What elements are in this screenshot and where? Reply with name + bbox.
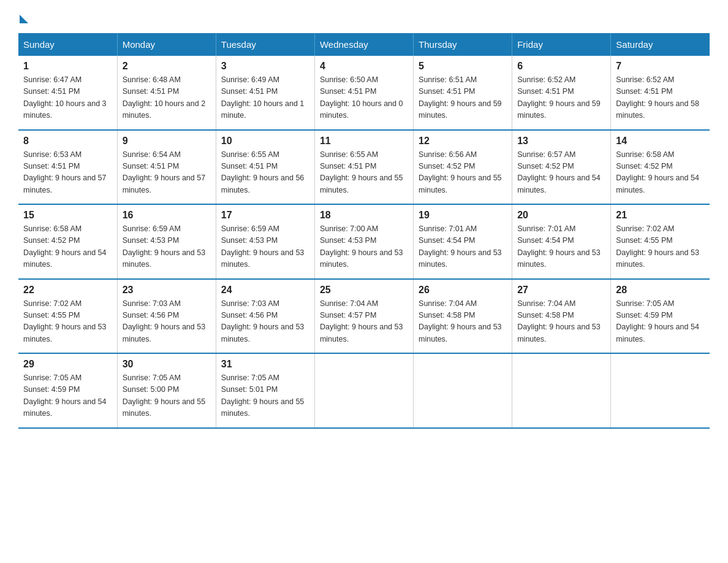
day-info: Sunrise: 6:47 AMSunset: 4:51 PMDaylight:…	[23, 74, 112, 122]
day-number: 14	[616, 136, 705, 147]
day-number: 9	[123, 136, 211, 147]
calendar-day-cell: 24 Sunrise: 7:03 AMSunset: 4:56 PMDaylig…	[216, 279, 314, 354]
calendar-day-cell: 26 Sunrise: 7:04 AMSunset: 4:58 PMDaylig…	[414, 279, 512, 354]
day-number: 2	[123, 61, 211, 72]
day-number: 8	[23, 136, 112, 147]
day-info: Sunrise: 7:00 AMSunset: 4:53 PMDaylight:…	[320, 223, 408, 271]
calendar-day-cell: 31 Sunrise: 7:05 AMSunset: 5:01 PMDaylig…	[216, 353, 314, 428]
calendar-day-cell: 8 Sunrise: 6:53 AMSunset: 4:51 PMDayligh…	[18, 130, 117, 205]
day-info: Sunrise: 7:04 AMSunset: 4:58 PMDaylight:…	[419, 298, 507, 346]
day-info: Sunrise: 7:04 AMSunset: 4:58 PMDaylight:…	[517, 298, 605, 346]
day-info: Sunrise: 6:48 AMSunset: 4:51 PMDaylight:…	[123, 74, 211, 122]
day-info: Sunrise: 6:51 AMSunset: 4:51 PMDaylight:…	[419, 74, 507, 122]
day-number: 1	[23, 61, 112, 72]
calendar-day-cell: 17 Sunrise: 6:59 AMSunset: 4:53 PMDaylig…	[216, 204, 314, 279]
calendar-day-cell	[414, 353, 512, 428]
day-info: Sunrise: 7:01 AMSunset: 4:54 PMDaylight:…	[517, 223, 605, 271]
day-number: 22	[23, 285, 112, 296]
calendar-day-cell	[512, 353, 611, 428]
day-number: 11	[320, 136, 408, 147]
weekday-header-row: SundayMondayTuesdayWednesdayThursdayFrid…	[18, 33, 710, 56]
calendar-day-cell: 10 Sunrise: 6:55 AMSunset: 4:51 PMDaylig…	[216, 130, 314, 205]
weekday-header: Monday	[117, 33, 216, 56]
calendar-week-row: 29 Sunrise: 7:05 AMSunset: 4:59 PMDaylig…	[18, 353, 710, 428]
calendar-day-cell: 3 Sunrise: 6:49 AMSunset: 4:51 PMDayligh…	[216, 56, 314, 130]
day-number: 31	[221, 359, 309, 370]
calendar-day-cell: 27 Sunrise: 7:04 AMSunset: 4:58 PMDaylig…	[512, 279, 611, 354]
day-number: 13	[517, 136, 605, 147]
day-number: 24	[221, 285, 309, 296]
day-info: Sunrise: 7:03 AMSunset: 4:56 PMDaylight:…	[221, 298, 309, 346]
logo	[18, 12, 28, 21]
calendar-week-row: 8 Sunrise: 6:53 AMSunset: 4:51 PMDayligh…	[18, 130, 710, 205]
calendar-day-cell	[314, 353, 413, 428]
day-number: 25	[320, 285, 408, 296]
day-info: Sunrise: 6:55 AMSunset: 4:51 PMDaylight:…	[320, 149, 408, 197]
day-number: 12	[419, 136, 507, 147]
calendar-day-cell: 7 Sunrise: 6:52 AMSunset: 4:51 PMDayligh…	[611, 56, 710, 130]
calendar-day-cell: 23 Sunrise: 7:03 AMSunset: 4:56 PMDaylig…	[117, 279, 216, 354]
day-info: Sunrise: 6:58 AMSunset: 4:52 PMDaylight:…	[616, 149, 705, 197]
weekday-header: Tuesday	[216, 33, 314, 56]
day-info: Sunrise: 7:05 AMSunset: 5:01 PMDaylight:…	[221, 372, 309, 420]
day-info: Sunrise: 6:49 AMSunset: 4:51 PMDaylight:…	[221, 74, 309, 122]
day-info: Sunrise: 6:55 AMSunset: 4:51 PMDaylight:…	[221, 149, 309, 197]
day-number: 26	[419, 285, 507, 296]
day-number: 18	[320, 210, 408, 221]
day-number: 20	[517, 210, 605, 221]
day-number: 23	[123, 285, 211, 296]
day-info: Sunrise: 6:54 AMSunset: 4:51 PMDaylight:…	[123, 149, 211, 197]
day-info: Sunrise: 7:01 AMSunset: 4:54 PMDaylight:…	[419, 223, 507, 271]
day-info: Sunrise: 6:57 AMSunset: 4:52 PMDaylight:…	[517, 149, 605, 197]
day-number: 6	[517, 61, 605, 72]
calendar-week-row: 1 Sunrise: 6:47 AMSunset: 4:51 PMDayligh…	[18, 56, 710, 130]
weekday-header: Thursday	[414, 33, 512, 56]
day-info: Sunrise: 6:59 AMSunset: 4:53 PMDaylight:…	[221, 223, 309, 271]
calendar-day-cell: 9 Sunrise: 6:54 AMSunset: 4:51 PMDayligh…	[117, 130, 216, 205]
day-info: Sunrise: 6:50 AMSunset: 4:51 PMDaylight:…	[320, 74, 408, 122]
day-info: Sunrise: 6:52 AMSunset: 4:51 PMDaylight:…	[517, 74, 605, 122]
day-info: Sunrise: 6:58 AMSunset: 4:52 PMDaylight:…	[23, 223, 112, 271]
day-number: 28	[616, 285, 705, 296]
day-info: Sunrise: 7:05 AMSunset: 5:00 PMDaylight:…	[123, 372, 211, 420]
calendar-day-cell: 13 Sunrise: 6:57 AMSunset: 4:52 PMDaylig…	[512, 130, 611, 205]
calendar-day-cell: 30 Sunrise: 7:05 AMSunset: 5:00 PMDaylig…	[117, 353, 216, 428]
calendar-day-cell: 16 Sunrise: 6:59 AMSunset: 4:53 PMDaylig…	[117, 204, 216, 279]
day-number: 5	[419, 61, 507, 72]
day-number: 17	[221, 210, 309, 221]
calendar-day-cell: 29 Sunrise: 7:05 AMSunset: 4:59 PMDaylig…	[18, 353, 117, 428]
day-info: Sunrise: 7:03 AMSunset: 4:56 PMDaylight:…	[123, 298, 211, 346]
calendar-day-cell: 28 Sunrise: 7:05 AMSunset: 4:59 PMDaylig…	[611, 279, 710, 354]
day-number: 10	[221, 136, 309, 147]
calendar-day-cell: 19 Sunrise: 7:01 AMSunset: 4:54 PMDaylig…	[414, 204, 512, 279]
weekday-header: Wednesday	[314, 33, 413, 56]
calendar-day-cell: 20 Sunrise: 7:01 AMSunset: 4:54 PMDaylig…	[512, 204, 611, 279]
weekday-header: Friday	[512, 33, 611, 56]
calendar-day-cell: 25 Sunrise: 7:04 AMSunset: 4:57 PMDaylig…	[314, 279, 413, 354]
day-number: 4	[320, 61, 408, 72]
day-info: Sunrise: 7:02 AMSunset: 4:55 PMDaylight:…	[23, 298, 112, 346]
calendar-day-cell: 21 Sunrise: 7:02 AMSunset: 4:55 PMDaylig…	[611, 204, 710, 279]
day-info: Sunrise: 6:59 AMSunset: 4:53 PMDaylight:…	[123, 223, 211, 271]
calendar-day-cell: 11 Sunrise: 6:55 AMSunset: 4:51 PMDaylig…	[314, 130, 413, 205]
weekday-header: Sunday	[18, 33, 117, 56]
day-info: Sunrise: 7:05 AMSunset: 4:59 PMDaylight:…	[616, 298, 705, 346]
calendar-table: SundayMondayTuesdayWednesdayThursdayFrid…	[18, 33, 710, 429]
weekday-header: Saturday	[611, 33, 710, 56]
day-number: 29	[23, 359, 112, 370]
calendar-day-cell: 1 Sunrise: 6:47 AMSunset: 4:51 PMDayligh…	[18, 56, 117, 130]
day-info: Sunrise: 7:04 AMSunset: 4:57 PMDaylight:…	[320, 298, 408, 346]
day-number: 19	[419, 210, 507, 221]
day-number: 7	[616, 61, 705, 72]
day-info: Sunrise: 6:56 AMSunset: 4:52 PMDaylight:…	[419, 149, 507, 197]
calendar-day-cell: 2 Sunrise: 6:48 AMSunset: 4:51 PMDayligh…	[117, 56, 216, 130]
calendar-day-cell: 6 Sunrise: 6:52 AMSunset: 4:51 PMDayligh…	[512, 56, 611, 130]
calendar-day-cell: 18 Sunrise: 7:00 AMSunset: 4:53 PMDaylig…	[314, 204, 413, 279]
day-number: 16	[123, 210, 211, 221]
day-info: Sunrise: 6:53 AMSunset: 4:51 PMDaylight:…	[23, 149, 112, 197]
day-number: 21	[616, 210, 705, 221]
logo-arrow-icon	[20, 15, 28, 23]
calendar-day-cell: 15 Sunrise: 6:58 AMSunset: 4:52 PMDaylig…	[18, 204, 117, 279]
page-header	[18, 12, 710, 21]
calendar-day-cell: 14 Sunrise: 6:58 AMSunset: 4:52 PMDaylig…	[611, 130, 710, 205]
